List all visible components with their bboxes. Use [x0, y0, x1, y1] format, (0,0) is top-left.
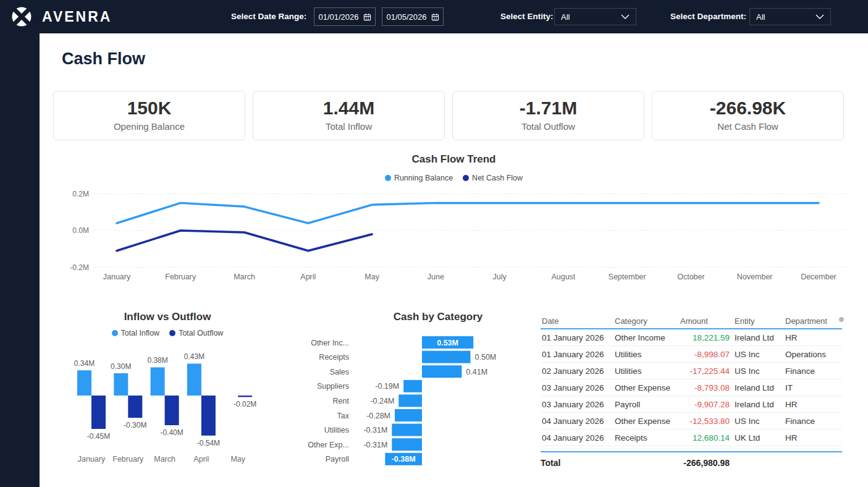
top-header-bar: AVENRA Select Date Range: 01/01/2026 01/…	[0, 0, 868, 33]
inflow-bar-march[interactable]	[151, 367, 165, 396]
date-from-input[interactable]: 01/01/2026	[314, 7, 376, 26]
category-bar-suppliers[interactable]	[403, 380, 422, 392]
outflow-bar-may[interactable]	[238, 396, 252, 397]
category-bar-other-exp-[interactable]	[392, 438, 422, 451]
cell-amount: 12,680.14	[679, 433, 733, 443]
total-label: Total	[541, 458, 613, 468]
x-axis-month-label: May	[364, 273, 379, 281]
table-row[interactable]: 01 January 2026Other Income18,221.59Irel…	[541, 329, 842, 346]
table-total-row: Total -266,980.98	[541, 451, 842, 468]
bar-value-label: -0.28M	[366, 412, 390, 420]
outflow-bar-march[interactable]	[165, 396, 179, 425]
inflow-outflow-chart-title: Inflow vs Outflow	[53, 311, 282, 323]
category-axis-label: Other Exp...	[308, 441, 349, 449]
bar-value-label: -0.19M	[375, 382, 399, 391]
kpi-value: -1.71M	[453, 98, 644, 119]
column-header-date[interactable]: Date	[541, 316, 613, 326]
table-row[interactable]: 04 January 2026Receipts12,680.14UK LtdHR	[541, 430, 842, 446]
cell-amount: -8,793.08	[679, 383, 733, 392]
chevron-down-icon	[815, 14, 824, 20]
bar-value-label: -0.54M	[197, 439, 220, 447]
category-bar-utilities[interactable]	[392, 424, 422, 436]
trend-line-running-balance[interactable]	[117, 203, 819, 223]
column-header-department[interactable]: Department	[784, 316, 837, 326]
bar-value-label: -0.31M	[363, 441, 387, 449]
entity-select[interactable]: All	[554, 8, 636, 25]
x-axis-month-label: July	[493, 273, 507, 281]
cell-entity: Ireland Ltd	[733, 383, 784, 392]
x-axis-month-label: March	[234, 273, 255, 281]
inflow-bar-january[interactable]	[77, 370, 91, 396]
bar-value-label: 0.38M	[147, 356, 167, 365]
table-row[interactable]: 03 January 2026Other Expense-8,793.08Ire…	[541, 379, 842, 396]
column-header-category[interactable]: Category	[613, 316, 679, 326]
legend-item-total-inflow[interactable]: Total Inflow	[112, 329, 160, 337]
table-scrollbar-thumb[interactable]	[839, 317, 844, 322]
legend-label: Running Balance	[394, 174, 453, 182]
inflow-bar-february[interactable]	[114, 373, 128, 396]
cash-by-category-bar-chart[interactable]: Other Inc...0.53MReceipts0.50MSales0.41M…	[280, 334, 540, 477]
cell-entity: Ireland Ltd	[733, 333, 784, 342]
cell-category: Other Expense	[613, 417, 679, 426]
trend-line-net-cash-flow[interactable]	[117, 231, 372, 251]
trend-line-chart[interactable]: 0.2M0.0M-0.2MJanuaryFebruaryMarchAprilMa…	[53, 188, 853, 287]
kpi-label: Net Cash Flow	[652, 121, 843, 132]
cell-department: Finance	[784, 366, 837, 376]
category-bar-receipts[interactable]	[422, 351, 471, 363]
inflow-bar-april[interactable]	[187, 363, 201, 396]
table-row[interactable]: 02 January 2026Utilities-17,225.44US Inc…	[541, 363, 842, 379]
department-select-value: All	[756, 12, 765, 22]
cell-amount: -12,533.80	[679, 417, 733, 426]
legend-item-total-outflow[interactable]: Total Outflow	[169, 329, 223, 337]
column-header-amount[interactable]: Amount	[679, 316, 733, 326]
kpi-card-total-outflow: -1.71MTotal Outflow	[452, 91, 644, 140]
legend-item-running-balance[interactable]: Running Balance	[385, 174, 453, 182]
x-axis-month-label: January	[103, 273, 131, 281]
bar-value-label: 0.53M	[437, 339, 458, 347]
x-axis-month-label: August	[551, 273, 575, 281]
outflow-bar-january[interactable]	[91, 396, 106, 429]
cell-amount: -8,998.07	[679, 350, 733, 359]
table-row[interactable]: 01 January 2026Utilities-8,998.07US IncO…	[541, 346, 842, 363]
y-axis-tick-label: -0.2M	[70, 263, 89, 272]
category-axis-label: Tax	[337, 412, 350, 420]
cell-date: 02 January 2026	[541, 366, 613, 376]
category-axis-label: Suppliers	[317, 382, 349, 391]
cell-date: 04 January 2026	[541, 433, 613, 443]
outflow-bar-february[interactable]	[128, 396, 142, 418]
cell-date: 01 January 2026	[541, 350, 613, 359]
table-row[interactable]: 03 January 2026Payroll-9,907.28Ireland L…	[541, 396, 842, 413]
y-axis-tick-label: 0.0M	[72, 226, 89, 235]
cell-amount: 18,221.59	[679, 333, 733, 342]
x-axis-month-label: February	[165, 273, 196, 281]
category-axis-label: Utilities	[324, 426, 349, 434]
x-axis-month-label: April	[193, 455, 209, 464]
x-axis-month-label: February	[112, 455, 144, 464]
category-bar-tax[interactable]	[395, 409, 422, 421]
kpi-value: 1.44M	[253, 98, 444, 119]
cell-category: Payroll	[613, 400, 679, 409]
inflow-outflow-legend: Total InflowTotal Outflow	[53, 329, 282, 337]
cell-department: HR	[784, 433, 837, 443]
trend-chart-legend: Running BalanceNet Cash Flow	[40, 174, 868, 182]
cell-entity: US Inc	[733, 417, 784, 426]
legend-label: Net Cash Flow	[472, 174, 523, 182]
category-bar-rent[interactable]	[398, 394, 422, 407]
cash-by-category-chart-title: Cash by Category	[318, 311, 558, 323]
total-value: -266,980.98	[679, 458, 733, 468]
calendar-icon	[431, 13, 439, 21]
inflow-outflow-bar-chart[interactable]: 0.34M-0.45MJanuary0.30M-0.30MFebruary0.3…	[58, 342, 268, 466]
department-select[interactable]: All	[749, 8, 831, 25]
outflow-bar-april[interactable]	[201, 396, 216, 436]
bar-value-label: -0.40M	[160, 428, 183, 437]
bar-value-label: -0.45M	[87, 432, 110, 441]
date-to-value: 01/05/2026	[386, 12, 426, 22]
legend-item-net-cash-flow[interactable]: Net Cash Flow	[463, 174, 523, 182]
cell-entity: Ireland Ltd	[733, 400, 784, 409]
cell-amount: -17,225.44	[679, 366, 733, 376]
brand-name: AVENRA	[42, 9, 112, 25]
date-to-input[interactable]: 01/05/2026	[382, 7, 444, 26]
category-bar-sales[interactable]	[422, 365, 461, 378]
column-header-entity[interactable]: Entity	[733, 316, 784, 326]
table-row[interactable]: 04 January 2026Other Expense-12,533.80US…	[541, 413, 842, 430]
